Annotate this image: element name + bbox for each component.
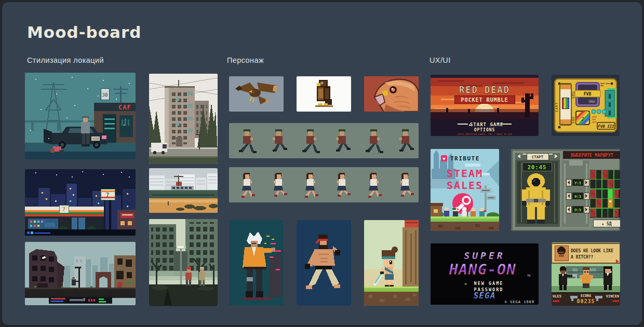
route-title: ВЫБЕРИТЕ МАРШРУТ bbox=[571, 153, 613, 158]
post-apoc-art bbox=[149, 219, 218, 306]
heart-icon: ♥ bbox=[443, 157, 446, 161]
selector-2: Ф:3 bbox=[574, 195, 581, 199]
cafe-sign: CAF bbox=[118, 104, 131, 111]
rail-bridge-art bbox=[149, 168, 218, 213]
apartment-art bbox=[149, 74, 218, 164]
image-gas-station-night: 30 CAF 428B bbox=[25, 73, 136, 159]
clock-display: 20:45 bbox=[528, 164, 547, 170]
train bbox=[171, 186, 194, 190]
score-value: 00235 bbox=[576, 298, 595, 304]
store-front: 7 bbox=[25, 205, 104, 230]
sega-logo: SEGA bbox=[474, 291, 496, 301]
license-plate: 428B bbox=[92, 137, 99, 140]
music-note-icon: ♪ bbox=[581, 116, 585, 122]
start-game-item: START GAME bbox=[470, 122, 503, 127]
image-eagle-head bbox=[364, 76, 419, 112]
new-game-item: NEW GAME bbox=[474, 281, 504, 286]
moodboard-panel: Mood-board Стилизация локаций Персонаж U… bbox=[2, 2, 642, 325]
fvb-logo-text: FVB III bbox=[598, 124, 614, 129]
section-label-locations: Стилизация локаций bbox=[27, 56, 104, 64]
page-title: Mood-board bbox=[27, 23, 141, 42]
lives-left: ♥♥♥ bbox=[553, 299, 559, 304]
route-grid bbox=[590, 170, 620, 217]
image-eagle-flying bbox=[229, 76, 284, 112]
lives-right: ♥♥♥ bbox=[612, 299, 619, 304]
run-cycle-male-art bbox=[229, 123, 419, 158]
hud-bar bbox=[49, 297, 112, 304]
image-seven-eleven-night: 7 7 bbox=[25, 169, 136, 236]
image-character-fighter bbox=[297, 220, 351, 306]
fvb-logo-badge: FVB III bbox=[597, 122, 615, 129]
char-jacket-art bbox=[229, 220, 284, 306]
player-right-name: VINCEN bbox=[606, 294, 619, 298]
image-fvb-handheld-board: CART GPU FVB PRO bbox=[552, 75, 620, 136]
image-apartment-block bbox=[149, 74, 218, 164]
gpu-chip-text: FVB bbox=[584, 92, 592, 97]
image-character-orange-jacket bbox=[229, 220, 284, 306]
cartridge-slot bbox=[559, 83, 572, 126]
connector bbox=[605, 88, 616, 118]
question-line-1: DOES HE LOOK LIKE bbox=[571, 249, 613, 253]
image-ruined-city bbox=[25, 242, 136, 305]
hazmat-art: СТАРТ 20:45 bbox=[511, 149, 620, 231]
section-label-uxui: UX/UI bbox=[430, 56, 451, 64]
eagle-perched-art bbox=[297, 76, 351, 112]
gpu-pro-text: PRO bbox=[589, 100, 595, 103]
cart-label: CART bbox=[555, 102, 559, 112]
right-ruin bbox=[114, 255, 136, 292]
image-run-cycle-female bbox=[229, 167, 419, 202]
selector-1: У:3 bbox=[574, 181, 581, 185]
image-post-apoc-survivors bbox=[149, 219, 218, 306]
super-text: SUPER bbox=[464, 250, 505, 261]
image-tribute-steam-sales: ♥ TRIBUTE STEAM SALES bbox=[431, 149, 499, 231]
hang-on-art: SUPER HANG-ON TM ► NEW GAME PASSWORD SEG… bbox=[431, 243, 539, 305]
right-building bbox=[117, 210, 136, 230]
seven-pole-logo: 7 bbox=[106, 192, 109, 198]
save-label: ★ 5Д bbox=[601, 222, 611, 226]
arch-ruin bbox=[96, 272, 111, 290]
sales-text: SALES bbox=[447, 179, 483, 192]
image-hazmat-route-ui: СТАРТ 20:45 bbox=[511, 149, 620, 231]
run-cycle-female-art bbox=[229, 167, 419, 202]
selector-panel: У:3 Ф:3 П:3 bbox=[562, 160, 589, 227]
snd-label: SND bbox=[571, 116, 575, 124]
char-fighter-art bbox=[297, 220, 351, 306]
steam-sales-art: ♥ TRIBUTE STEAM SALES bbox=[431, 149, 499, 231]
seven-logo: 7 bbox=[62, 206, 66, 213]
tm-text: TM bbox=[527, 274, 530, 277]
moodboard-page: Mood-board Стилизация локаций Персонаж U… bbox=[0, 0, 644, 327]
fvb-board-art: CART GPU FVB PRO bbox=[552, 75, 620, 136]
char-chibi-art bbox=[364, 220, 419, 306]
image-character-chibi bbox=[364, 220, 419, 306]
red-dead-art: RED DEAD POCKET RUMBLE ► START GAME OPTI… bbox=[431, 75, 539, 136]
gas-station-art: 30 CAF 428B bbox=[25, 73, 136, 159]
question-line-2: A BITCH?? bbox=[571, 255, 594, 260]
sega-copyright: © SEGA 1989 bbox=[505, 300, 534, 304]
red-dead-title: RED DEAD bbox=[459, 85, 510, 95]
image-super-hang-on: SUPER HANG-ON TM ► NEW GAME PASSWORD SEG… bbox=[431, 243, 539, 305]
image-red-dead-title: RED DEAD POCKET RUMBLE ► START GAME OPTI… bbox=[431, 75, 539, 136]
seven-eleven-art: 7 7 bbox=[25, 169, 136, 236]
pulp-art: DOES HE LOOK LIKE A BITCH?? bbox=[552, 242, 620, 306]
image-eagle-perched bbox=[297, 76, 351, 112]
start-label: СТАРТ bbox=[532, 155, 544, 159]
eagle-flying-art bbox=[229, 76, 284, 112]
dialogue-banner: DOES HE LOOK LIKE A BITCH?? bbox=[552, 243, 620, 263]
tribute-text: TRIBUTE bbox=[450, 155, 480, 162]
hud-bar: ULES ♥♥♥ SCORE 00235 VINCEN ♥♥♥ bbox=[552, 292, 620, 306]
options-item: OPTIONS bbox=[474, 128, 495, 132]
score-label: SCORE bbox=[580, 294, 591, 298]
section-label-character: Персонаж bbox=[227, 56, 264, 64]
eagle-head-art bbox=[364, 76, 419, 112]
pocket-rumble-title: POCKET RUMBLE bbox=[461, 97, 508, 103]
hang-on-text: HANG-ON bbox=[448, 261, 516, 278]
image-rail-bridge bbox=[149, 168, 218, 213]
snd-chip: ♪ bbox=[576, 111, 589, 125]
image-run-cycle-male bbox=[229, 123, 419, 158]
gpu-chip: FVB PRO bbox=[575, 83, 600, 106]
selector-3: П:3 bbox=[574, 208, 581, 212]
teal-buttons bbox=[592, 110, 606, 114]
player-left-name: ULES bbox=[553, 294, 561, 298]
speed-sign: 30 bbox=[102, 92, 108, 98]
image-pulp-fiction-game: DOES HE LOOK LIKE A BITCH?? bbox=[552, 242, 620, 306]
